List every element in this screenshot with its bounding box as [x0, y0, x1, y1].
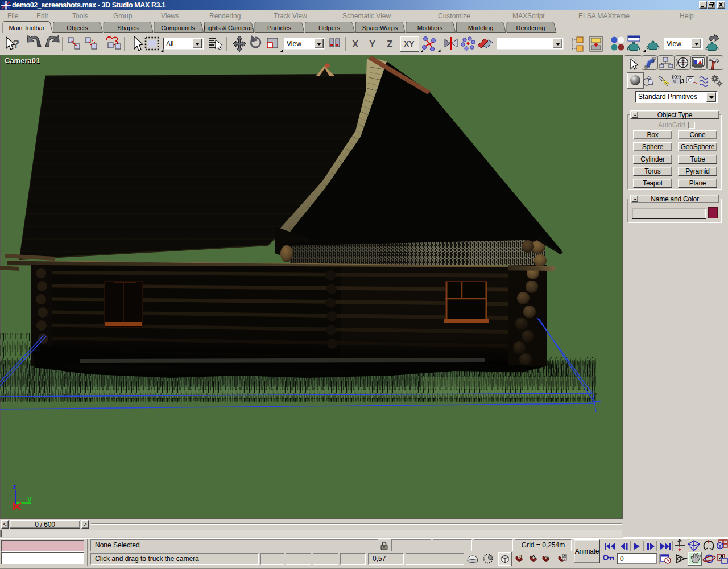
svg-text:Modifiers: Modifiers [417, 24, 443, 31]
svg-text:SpaceWarps: SpaceWarps [362, 24, 398, 31]
svg-text:Camera01: Camera01 [5, 56, 40, 65]
svg-text:Modeling: Modeling [468, 24, 494, 31]
svg-text:Z: Z [387, 39, 392, 50]
svg-text:X: X [352, 39, 359, 50]
svg-text:Compounds: Compounds [161, 24, 195, 31]
svg-text:?: ? [13, 38, 19, 50]
svg-text:Main Toolbar: Main Toolbar [9, 24, 45, 31]
svg-text:Y: Y [369, 39, 376, 50]
svg-text:Shapes: Shapes [117, 24, 139, 31]
svg-text:z: z [13, 482, 16, 491]
svg-text:Objects: Objects [67, 24, 88, 31]
svg-text:Rendering: Rendering [516, 24, 545, 31]
svg-text:Particles: Particles [267, 24, 292, 31]
svg-text:Helpers: Helpers [318, 24, 340, 31]
svg-text:y: y [27, 494, 32, 504]
svg-text:0: 0 [620, 555, 624, 563]
svg-text:XY: XY [404, 39, 415, 48]
svg-text:Lights & Cameras: Lights & Cameras [204, 24, 254, 31]
svg-text:3: 3 [519, 554, 522, 559]
svg-text:%: % [545, 555, 549, 560]
